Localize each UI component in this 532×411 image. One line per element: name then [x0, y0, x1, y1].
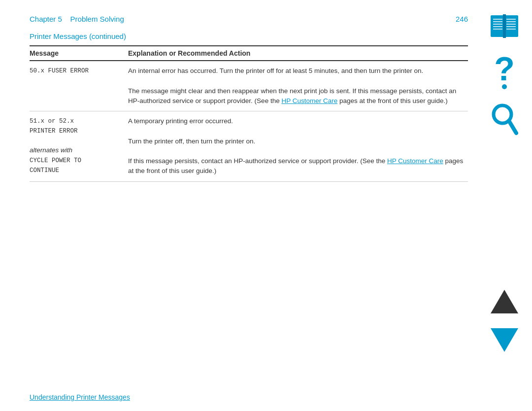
svg-marker-18 — [491, 328, 518, 352]
svg-marker-17 — [491, 290, 518, 313]
explanation-para-3: A temporary printing error occurred. — [128, 116, 464, 126]
message-cell-2: 51.x or 52.x PRINTER ERROR alternates wi… — [30, 111, 128, 182]
table-row: 51.x or 52.x PRINTER ERROR alternates wi… — [30, 111, 468, 182]
chapter-title-text: Problem Solving — [70, 15, 124, 23]
svg-rect-2 — [503, 14, 506, 38]
section-title: Printer Messages (continued) — [30, 32, 468, 40]
arrow-up-icon[interactable] — [487, 287, 522, 316]
footer-link[interactable]: Understanding Printer Messages — [30, 393, 130, 401]
chapter-title: Chapter 5 Problem Solving — [30, 15, 124, 23]
hp-care-link-2[interactable]: HP Customer Care — [387, 157, 443, 165]
explanation-cell-1: An internal error has occurred. Turn the… — [128, 61, 468, 111]
alternates-label: alternates with — [30, 146, 72, 154]
explanation-para-5: If this message persists, contact an HP-… — [128, 156, 464, 176]
main-content: Chapter 5 Problem Solving 246 Printer Me… — [30, 15, 468, 386]
page-number: 246 — [456, 15, 468, 23]
svg-rect-0 — [491, 15, 504, 37]
sidebar-icons: ? — [487, 10, 522, 355]
message-cell-1: 50.x FUSER ERROR — [30, 61, 128, 111]
svg-text:?: ? — [494, 55, 515, 87]
svg-rect-1 — [505, 15, 518, 37]
col2-header: Explanation or Recommended Action — [128, 46, 468, 61]
message-code-2b: PRINTER ERROR — [30, 126, 124, 136]
col1-header: Message — [30, 46, 128, 61]
explanation-para-2: The message might clear and then reappea… — [128, 86, 464, 106]
book-icon[interactable] — [487, 10, 522, 43]
chapter-label: Chapter 5 — [30, 15, 62, 23]
arrow-down-icon[interactable] — [487, 325, 522, 355]
message-code-1: 50.x FUSER ERROR — [30, 66, 124, 76]
hp-care-link-1[interactable]: HP Customer Care — [281, 97, 337, 104]
svg-point-14 — [502, 84, 507, 89]
explanation-para-4: Turn the printer off, then turn the prin… — [128, 137, 464, 146]
explanation-para-1: An internal error has occurred. Turn the… — [128, 66, 464, 76]
message-code-2c: CYCLE POWER TO — [30, 156, 124, 166]
messages-table: Message Explanation or Recommended Actio… — [30, 45, 468, 182]
svg-line-16 — [509, 121, 516, 133]
magnifier-icon[interactable] — [487, 101, 522, 140]
table-row: 50.x FUSER ERROR An internal error has o… — [30, 61, 468, 111]
message-code-2d: CONTINUE — [30, 166, 124, 175]
explanation-cell-2: A temporary printing error occurred. Tur… — [128, 111, 468, 182]
message-code-2a: 51.x or 52.x — [30, 116, 124, 126]
question-icon[interactable]: ? — [487, 52, 522, 92]
header-line: Chapter 5 Problem Solving 246 — [30, 15, 468, 23]
table-header-row: Message Explanation or Recommended Actio… — [30, 46, 468, 61]
